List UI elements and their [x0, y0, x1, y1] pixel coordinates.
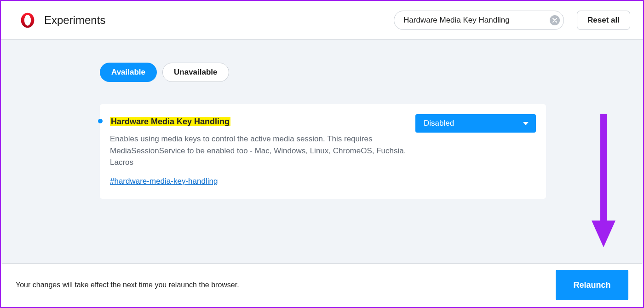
footer-bar: Your changes will take effect the next t… — [2, 263, 642, 306]
flag-card: Hardware Media Key Handling Enables usin… — [100, 104, 546, 199]
footer-message: Your changes will take effect the next t… — [16, 281, 239, 289]
body-panel: Available Unavailable Hardware Media Key… — [1, 40, 643, 264]
flag-hash-anchor[interactable]: #hardware-media-key-handling — [110, 177, 218, 186]
header-bar: Experiments Reset all — [1, 1, 643, 40]
page-title: Experiments — [44, 14, 105, 27]
reset-all-button[interactable]: Reset all — [577, 11, 630, 30]
flag-title: Hardware Media Key Handling — [110, 117, 230, 126]
search-input[interactable] — [403, 16, 550, 25]
tab-available[interactable]: Available — [100, 63, 157, 82]
relaunch-button[interactable]: Relaunch — [556, 270, 628, 300]
chevron-down-icon — [523, 122, 529, 125]
search-container — [394, 11, 564, 30]
flag-description: Enables using media keys to control the … — [110, 133, 406, 169]
tabs: Available Unavailable — [100, 63, 546, 82]
clear-search-icon[interactable] — [550, 15, 560, 25]
flag-hash-link[interactable]: #hardware-media-key-handling — [110, 177, 218, 186]
modified-dot-icon — [98, 119, 103, 123]
svg-point-1 — [24, 15, 31, 25]
tab-unavailable[interactable]: Unavailable — [162, 63, 229, 82]
opera-logo-icon — [19, 12, 36, 29]
flag-state-value: Disabled — [424, 119, 454, 128]
flag-state-select[interactable]: Disabled — [415, 114, 536, 133]
